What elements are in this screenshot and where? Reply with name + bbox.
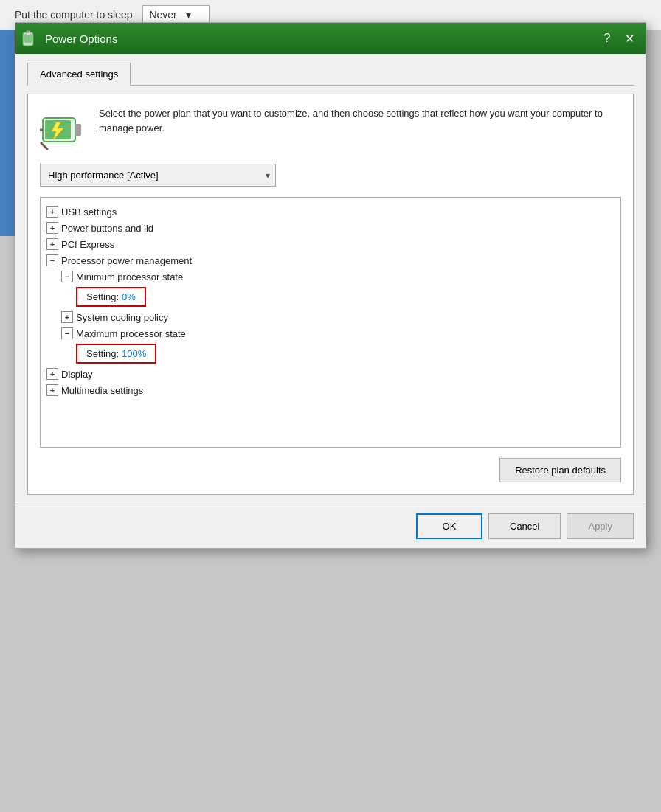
expand-multimedia-icon[interactable]: +	[46, 384, 58, 396]
battery-icon	[40, 106, 87, 153]
expand-pci-icon[interactable]: +	[46, 238, 58, 250]
dialog-title: Power Options	[45, 32, 595, 45]
description-area: Select the power plan that you want to c…	[40, 106, 621, 153]
tree-label-cooling: System cooling policy	[76, 312, 168, 323]
tree-item-pci[interactable]: + PCI Express	[41, 236, 620, 252]
expand-min-state-icon[interactable]: −	[61, 271, 73, 282]
ok-button[interactable]: OK	[416, 513, 482, 539]
restore-plan-defaults-button[interactable]: Restore plan defaults	[499, 458, 621, 482]
tab-advanced-settings[interactable]: Advanced settings	[27, 63, 131, 86]
expand-display-icon[interactable]: +	[46, 368, 58, 380]
sleep-label: Put the computer to sleep:	[15, 9, 135, 21]
tree-label-power-buttons: Power buttons and lid	[61, 223, 153, 234]
settings-tree[interactable]: + USB settings + Power buttons and lid +…	[40, 197, 621, 448]
tree-item-multimedia[interactable]: + Multimedia settings	[41, 382, 620, 398]
description-text: Select the power plan that you want to c…	[99, 106, 621, 135]
expand-cooling-icon[interactable]: +	[61, 311, 73, 323]
min-setting-row[interactable]: Setting: 0%	[41, 285, 620, 309]
tab-area: Advanced settings	[27, 63, 634, 86]
restore-btn-area: Restore plan defaults	[40, 458, 621, 482]
expand-processor-icon[interactable]: −	[46, 254, 58, 266]
content-panel: Select the power plan that you want to c…	[27, 94, 634, 495]
tree-label-min-state: Minimum processor state	[76, 271, 183, 282]
min-setting-box[interactable]: Setting: 0%	[76, 287, 146, 307]
sleep-value: Never	[149, 9, 176, 21]
expand-usb-icon[interactable]: +	[46, 206, 58, 218]
max-setting-box[interactable]: Setting: 100%	[76, 344, 156, 364]
expand-power-buttons-icon[interactable]: +	[46, 222, 58, 234]
tree-label-processor: Processor power management	[61, 255, 192, 266]
cancel-button[interactable]: Cancel	[488, 513, 561, 539]
min-setting-value: 0%	[122, 291, 136, 302]
svg-line-11	[41, 143, 47, 149]
max-setting-row[interactable]: Setting: 100%	[41, 341, 620, 366]
help-button[interactable]: ?	[597, 28, 617, 49]
title-bar: Power Options ? ✕	[15, 23, 646, 54]
svg-rect-5	[30, 30, 31, 32]
tree-item-usb[interactable]: + USB settings	[41, 204, 620, 220]
max-setting-label: Setting:	[86, 348, 119, 359]
apply-button[interactable]: Apply	[567, 513, 634, 539]
svg-rect-7	[75, 124, 81, 136]
tree-label-usb: USB settings	[61, 207, 117, 218]
footer: OK Cancel Apply	[15, 504, 646, 548]
expand-max-state-icon[interactable]: −	[61, 327, 73, 339]
power-options-icon	[21, 30, 39, 47]
tree-label-max-state: Maximum processor state	[76, 328, 186, 339]
max-setting-value: 100%	[122, 348, 146, 359]
left-edge-artifact	[0, 30, 16, 236]
tree-label-multimedia: Multimedia settings	[61, 385, 143, 396]
tree-item-max-state[interactable]: − Maximum processor state	[41, 325, 620, 341]
tree-label-pci: PCI Express	[61, 239, 114, 250]
dialog-body: Advanced settings	[15, 54, 646, 504]
close-button[interactable]: ✕	[619, 28, 640, 49]
tree-item-min-state[interactable]: − Minimum processor state	[41, 268, 620, 285]
tree-item-display[interactable]: + Display	[41, 366, 620, 382]
min-setting-label: Setting:	[86, 291, 119, 302]
tree-item-power-buttons[interactable]: + Power buttons and lid	[41, 220, 620, 236]
plan-dropdown[interactable]: High performance [Active] Balanced Power…	[40, 164, 276, 187]
tree-label-display: Display	[61, 369, 93, 380]
plan-dropdown-container: High performance [Active] Balanced Power…	[40, 164, 276, 187]
tree-item-cooling[interactable]: + System cooling policy	[41, 309, 620, 325]
tree-item-processor[interactable]: − Processor power management	[41, 252, 620, 268]
svg-rect-4	[27, 30, 29, 32]
power-options-dialog: Power Options ? ✕ Advanced settings	[15, 22, 646, 549]
